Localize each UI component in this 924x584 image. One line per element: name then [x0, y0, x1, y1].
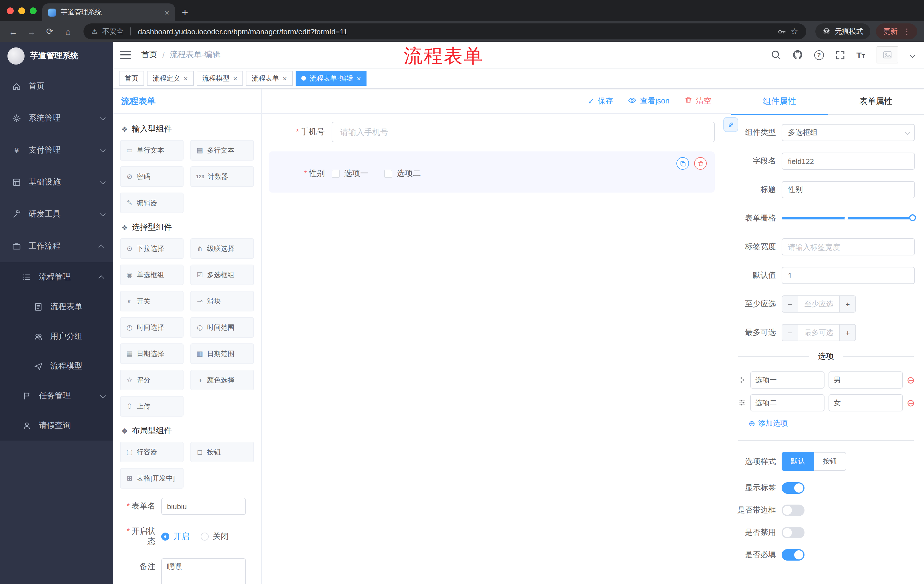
drawing-board[interactable]: *手机号 — [262, 114, 731, 584]
palette-item-select[interactable]: ⊙下拉选择 — [120, 238, 183, 259]
hamburger-icon[interactable] — [120, 51, 131, 59]
sidebar-item-infrastructure[interactable]: 基础设施 — [0, 166, 113, 198]
radio-status-on[interactable] — [161, 533, 169, 541]
slider-track[interactable] — [782, 217, 915, 219]
password-key-icon[interactable] — [777, 27, 786, 36]
palette-item-multi-line-text[interactable]: ▤多行文本 — [190, 140, 254, 161]
breadcrumb-home[interactable]: 首页 — [141, 50, 157, 60]
clear-button[interactable]: 清空 — [685, 96, 711, 106]
palette-item-switch[interactable]: ◐开关 — [120, 291, 183, 311]
checkbox-box[interactable] — [332, 170, 340, 178]
avatar-caret-icon[interactable] — [910, 50, 914, 60]
tag-close-icon[interactable]: × — [357, 74, 361, 82]
sidebar-item-user-groups[interactable]: 用户分组 — [0, 322, 113, 351]
window-close-button[interactable] — [7, 7, 14, 14]
slider-handle[interactable] — [909, 214, 916, 221]
palette-item-table[interactable]: ⊞表格[开发中] — [120, 468, 183, 489]
sidebar-item-workflow[interactable]: 工作流程 — [0, 230, 113, 262]
radio-status-off[interactable] — [201, 533, 209, 541]
option-value-input[interactable] — [828, 372, 903, 388]
search-icon[interactable] — [771, 50, 781, 60]
sidebar-item-process-model[interactable]: 流程模型 — [0, 351, 113, 381]
save-button[interactable]: ✓ 保存 — [588, 96, 613, 106]
palette-item-row-container[interactable]: ▢行容器 — [120, 442, 183, 462]
increase-button[interactable]: + — [839, 324, 855, 341]
update-button[interactable]: 更新 ⋮ — [876, 23, 917, 39]
radio-on-label[interactable]: 开启 — [173, 531, 189, 542]
form-item-gender-selected[interactable]: *性别 选项一 选项二 — [269, 151, 715, 192]
max-select-stepper[interactable]: − + — [782, 324, 856, 341]
sidebar-item-task-management[interactable]: 任务管理 — [0, 381, 113, 411]
tag-process-definition[interactable]: 流程定义 × — [147, 71, 193, 86]
default-value-input[interactable] — [782, 267, 915, 284]
tag-process-model[interactable]: 流程模型 × — [196, 71, 243, 86]
required-toggle[interactable] — [782, 549, 805, 561]
increase-button[interactable]: + — [839, 296, 855, 312]
palette-item-cascader[interactable]: ⋔级联选择 — [190, 238, 254, 259]
form-name-input[interactable] — [161, 498, 246, 515]
style-button-button[interactable]: 按钮 — [814, 452, 846, 471]
title-input[interactable] — [782, 181, 915, 198]
palette-item-counter[interactable]: 123计数器 — [190, 166, 254, 187]
tab-component-props[interactable]: 组件属性 — [731, 89, 828, 114]
form-item-phone[interactable]: *手机号 — [269, 122, 715, 142]
reload-icon[interactable]: ⟳ — [43, 26, 56, 36]
phone-input[interactable] — [332, 122, 715, 142]
palette-item-password[interactable]: ⊘密码 — [120, 166, 183, 187]
checkbox-option-1[interactable]: 选项一 — [332, 169, 368, 179]
decrease-button[interactable]: − — [782, 296, 798, 312]
palette-item-time-picker[interactable]: ◷时间选择 — [120, 317, 183, 338]
drag-handle-icon[interactable] — [738, 376, 746, 384]
palette-item-upload[interactable]: ⇧上传 — [120, 396, 183, 416]
link-anchor-button[interactable] — [723, 117, 738, 132]
delete-component-button[interactable] — [694, 157, 707, 170]
palette-item-time-range[interactable]: ◶时间范围 — [190, 317, 254, 338]
palette-item-checkbox-group[interactable]: ☑多选框组 — [190, 265, 254, 285]
bookmark-star-icon[interactable]: ☆ — [790, 26, 798, 36]
drag-handle-icon[interactable] — [738, 399, 746, 407]
sidebar-item-system[interactable]: 系统管理 — [0, 102, 113, 134]
tag-home[interactable]: 首页 — [119, 71, 144, 86]
palette-item-editor[interactable]: ✎编辑器 — [120, 192, 183, 213]
palette-item-color-picker[interactable]: ◑颜色选择 — [190, 370, 254, 390]
window-zoom-button[interactable] — [30, 7, 36, 14]
incognito-badge[interactable]: 无痕模式 — [815, 23, 870, 39]
sidebar-item-process-form-active[interactable]: 流程表单 — [0, 292, 113, 322]
browser-tab-active[interactable]: 芋道管理系统 × — [42, 3, 175, 21]
component-type-select[interactable]: 多选框组 — [782, 124, 915, 141]
address-bar[interactable]: ⚠ 不安全 dashboard.yudao.iocoder.cn/bpm/man… — [84, 23, 806, 39]
disabled-toggle[interactable] — [782, 527, 805, 538]
tag-close-icon[interactable]: × — [233, 74, 237, 82]
new-tab-button[interactable]: + — [182, 7, 188, 18]
tag-process-form-edit-active[interactable]: 流程表单-编辑 × — [295, 71, 367, 86]
show-label-toggle[interactable] — [782, 482, 805, 494]
tab-close-icon[interactable]: × — [165, 8, 169, 16]
option-label-input[interactable] — [750, 394, 825, 411]
add-option-button[interactable]: ⊕ 添加选项 — [749, 418, 915, 429]
sidebar-item-payment[interactable]: ¥ 支付管理 — [0, 134, 113, 166]
remove-option-icon[interactable]: ⊖ — [907, 398, 915, 408]
max-select-input[interactable] — [798, 324, 839, 341]
github-icon[interactable] — [792, 50, 802, 60]
label-width-input[interactable] — [782, 238, 915, 255]
remove-option-icon[interactable]: ⊖ — [907, 375, 915, 385]
security-label[interactable]: 不安全 — [102, 26, 124, 36]
form-remark-textarea[interactable]: 嘿嘿 — [161, 558, 246, 584]
style-default-button[interactable]: 默认 — [782, 452, 814, 471]
sidebar-item-leave-query[interactable]: 请假查询 — [0, 411, 113, 441]
font-size-icon[interactable]: TT — [856, 50, 865, 60]
tag-close-icon[interactable]: × — [282, 74, 287, 82]
tag-close-icon[interactable]: × — [183, 74, 188, 82]
sidebar-item-process-management[interactable]: 流程管理 — [0, 262, 113, 292]
browser-home-icon[interactable]: ⌂ — [62, 26, 74, 36]
radio-off-label[interactable]: 关闭 — [213, 531, 229, 542]
form-grid-slider[interactable] — [782, 210, 915, 227]
forward-icon[interactable]: → — [25, 26, 38, 36]
palette-item-button[interactable]: ◻按钮 — [190, 442, 254, 462]
url-text[interactable]: dashboard.yudao.iocoder.cn/bpm/manager/f… — [138, 27, 348, 36]
palette-item-slider[interactable]: ⊸滑块 — [190, 291, 254, 311]
palette-item-date-range[interactable]: ▥日期范围 — [190, 344, 254, 364]
min-select-input[interactable] — [798, 296, 839, 312]
tab-form-props[interactable]: 表单属性 — [828, 89, 924, 114]
palette-item-single-line-text[interactable]: ▭单行文本 — [120, 140, 183, 161]
